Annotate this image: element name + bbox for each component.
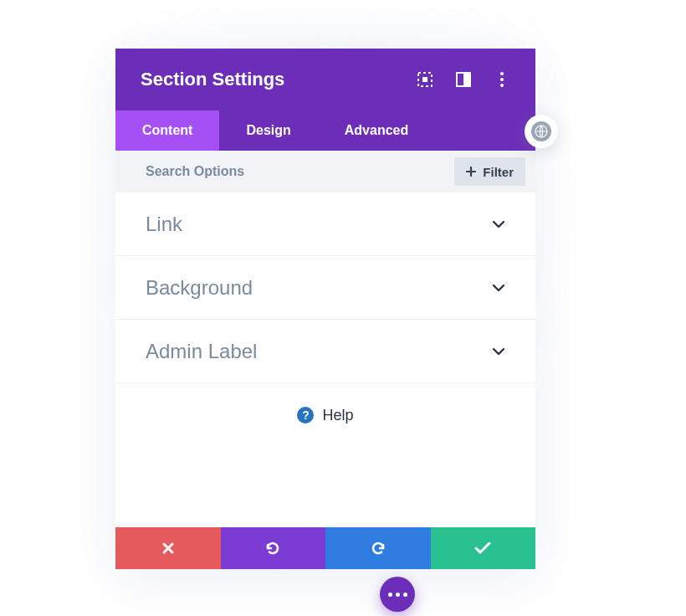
- responsive-toggle[interactable]: [525, 115, 558, 148]
- filter-label: Filter: [483, 165, 514, 179]
- panel-title: Section Settings: [141, 69, 284, 90]
- help-icon: ?: [297, 407, 314, 424]
- dot-icon: [388, 593, 392, 597]
- help-label: Help: [322, 407, 353, 424]
- svg-point-6: [500, 84, 504, 87]
- plus-icon: [466, 167, 476, 177]
- group-label: Background: [146, 276, 253, 300]
- tab-design[interactable]: Design: [219, 110, 317, 151]
- group-admin-label[interactable]: Admin Label: [115, 320, 535, 383]
- undo-button[interactable]: [221, 527, 326, 569]
- svg-rect-3: [463, 73, 470, 86]
- dot-icon: [396, 593, 400, 597]
- settings-panel: Section Settings Content: [115, 49, 535, 569]
- svg-point-5: [500, 78, 504, 81]
- panel-body: Link Background Admin Label ? Help: [115, 192, 535, 527]
- check-icon: [474, 542, 491, 554]
- redo-icon: [370, 540, 387, 557]
- svg-rect-1: [422, 77, 427, 82]
- group-background[interactable]: Background: [115, 256, 535, 320]
- undo-icon: [264, 540, 281, 557]
- search-input[interactable]: [146, 164, 454, 179]
- panel-footer: [115, 527, 535, 569]
- expand-icon[interactable]: [417, 71, 433, 88]
- split-view-icon[interactable]: [455, 71, 472, 88]
- chevron-down-icon: [492, 217, 505, 232]
- filter-button[interactable]: Filter: [454, 157, 525, 186]
- help-link[interactable]: ? Help: [115, 383, 535, 447]
- tab-advanced[interactable]: Advanced: [318, 110, 435, 151]
- close-icon: [161, 542, 175, 555]
- group-label: Admin Label: [146, 340, 257, 363]
- spacer: [115, 447, 535, 527]
- chevron-down-icon: [492, 280, 505, 295]
- tab-content[interactable]: Content: [115, 110, 219, 151]
- header-icon-group: [417, 71, 510, 88]
- svg-point-4: [500, 72, 504, 75]
- tab-bar: Content Design Advanced: [115, 110, 535, 151]
- search-bar: Filter: [115, 151, 535, 192]
- redo-button[interactable]: [325, 527, 431, 569]
- panel-header: Section Settings: [115, 49, 535, 110]
- dot-icon: [403, 593, 407, 597]
- floating-menu-button[interactable]: [380, 577, 415, 612]
- more-icon[interactable]: [494, 71, 510, 88]
- chevron-down-icon: [492, 344, 505, 359]
- group-label: Link: [146, 213, 182, 236]
- save-button[interactable]: [431, 527, 536, 569]
- group-link[interactable]: Link: [115, 192, 535, 256]
- globe-icon: [531, 121, 551, 141]
- close-button[interactable]: [115, 527, 221, 569]
